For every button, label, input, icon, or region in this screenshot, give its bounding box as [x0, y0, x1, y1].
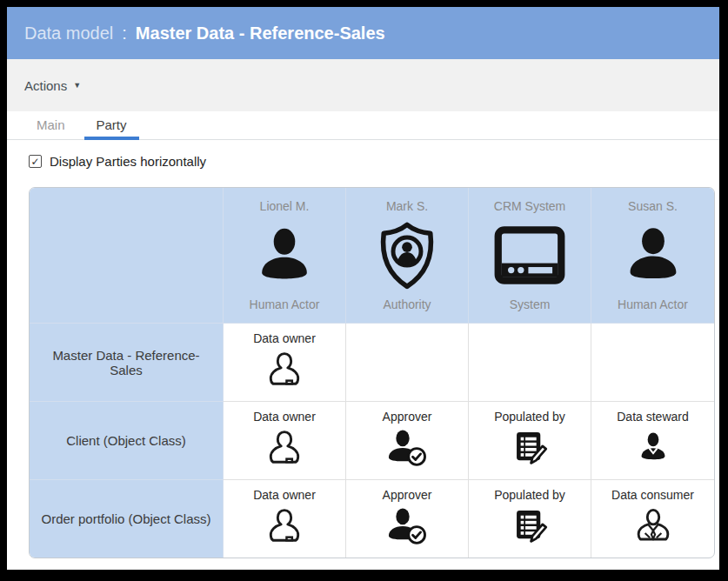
human-actor-icon: [253, 224, 316, 287]
tab-bar: Main Party: [7, 111, 719, 140]
object-type-label: Data model: [24, 23, 113, 43]
party-header-crm-system: CRM System System: [469, 188, 591, 324]
matrix-cell-empty[interactable]: [469, 324, 591, 402]
title-bar: Data model : Master Data - Reference-Sal…: [7, 7, 719, 59]
party-type: Human Actor: [250, 297, 320, 311]
matrix-cell[interactable]: Data owner: [224, 402, 346, 480]
role-label: Approver: [383, 410, 432, 424]
role-label: Data owner: [253, 488, 316, 502]
role-label: Populated by: [494, 488, 565, 502]
party-name: CRM System: [494, 199, 565, 213]
app-window: Data model : Master Data - Reference-Sal…: [7, 7, 719, 570]
row-label-client: Client (Object Class): [30, 402, 224, 480]
matrix-cell[interactable]: Data owner: [224, 324, 346, 402]
matrix-cell[interactable]: Data owner: [224, 480, 346, 558]
matrix-cell[interactable]: Data steward: [591, 402, 714, 480]
row-label-master-data: Master Data - Reference-Sales: [30, 324, 224, 402]
populated-by-icon: [510, 506, 550, 546]
data-consumer-icon: [633, 506, 673, 546]
role-label: Data steward: [617, 410, 688, 424]
role-label: Data owner: [253, 410, 316, 424]
party-name: Mark S.: [386, 199, 428, 213]
data-steward-icon: [633, 428, 673, 468]
matrix-cell[interactable]: Approver: [346, 480, 469, 558]
party-type: System: [510, 297, 551, 311]
page-title: Master Data - Reference-Sales: [136, 23, 385, 43]
data-owner-icon: [264, 350, 304, 390]
actions-menu-label: Actions: [24, 78, 67, 93]
matrix-cell[interactable]: Approver: [346, 402, 469, 480]
matrix-cell[interactable]: Populated by: [469, 480, 591, 558]
party-type: Human Actor: [618, 297, 688, 311]
party-header-lionel: Lionel M. Human Actor: [224, 188, 346, 324]
display-option-row: ✓ Display Parties horizontally: [29, 154, 719, 169]
approver-icon: [385, 428, 429, 468]
party-name: Susan S.: [628, 199, 678, 213]
party-matrix: Lionel M. Human Actor Mark S. Authority …: [29, 187, 715, 558]
matrix-cell-empty[interactable]: [346, 324, 469, 402]
party-name: Lionel M.: [260, 199, 310, 213]
matrix-corner-cell: [30, 188, 224, 324]
role-label: Data owner: [253, 331, 316, 345]
party-header-mark: Mark S. Authority: [346, 188, 469, 324]
actions-menu-button[interactable]: Actions ▼: [24, 78, 81, 93]
role-label: Populated by: [494, 410, 565, 424]
chevron-down-icon: ▼: [73, 81, 81, 90]
matrix-cell-empty[interactable]: [591, 324, 714, 402]
party-type: Authority: [383, 297, 431, 311]
display-parties-label[interactable]: Display Parties horizontally: [50, 154, 206, 169]
populated-by-icon: [510, 428, 550, 468]
party-header-susan: Susan S. Human Actor: [591, 188, 714, 324]
role-label: Data consumer: [611, 488, 694, 502]
row-label-order-portfolio: Order portfolio (Object Class): [30, 480, 224, 558]
tab-party[interactable]: Party: [84, 111, 139, 139]
role-label: Approver: [383, 488, 432, 502]
data-owner-icon: [264, 428, 304, 468]
actions-bar: Actions ▼: [7, 59, 719, 111]
title-separator: :: [122, 23, 127, 43]
tab-main[interactable]: Main: [24, 111, 77, 139]
matrix-cell[interactable]: Populated by: [469, 402, 591, 480]
data-owner-icon: [264, 506, 304, 546]
display-parties-checkbox[interactable]: ✓: [29, 155, 42, 168]
system-monitor-icon: [492, 225, 567, 286]
matrix-cell[interactable]: Data consumer: [591, 480, 714, 558]
human-actor-icon: [622, 224, 685, 287]
approver-icon: [385, 506, 429, 546]
authority-shield-icon: [375, 221, 439, 290]
